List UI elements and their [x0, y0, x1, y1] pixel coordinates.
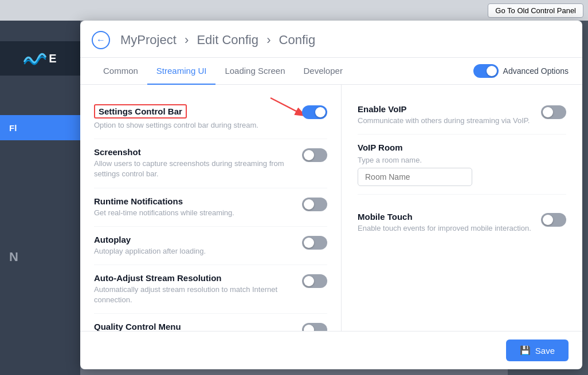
setting-title-auto-adjust: Auto-Adjust Stream Resolution: [94, 273, 293, 283]
toggle-thumb-auto-adjust: [304, 276, 314, 286]
breadcrumb-edit-config: Edit Config: [197, 33, 258, 47]
toggle-switch-enable-voip[interactable]: [541, 105, 566, 119]
toggle-runtime-notifications[interactable]: [302, 198, 327, 211]
toggle-autoplay[interactable]: [302, 236, 327, 250]
advanced-options-label: Advanced Options: [503, 66, 569, 76]
save-icon: 💾: [520, 345, 531, 356]
back-button[interactable]: ←: [92, 31, 110, 49]
voip-room-label: Type a room name.: [358, 156, 566, 164]
back-arrow-icon: ←: [96, 35, 105, 45]
toggle-switch-runtime-notifications[interactable]: [302, 198, 327, 211]
setting-title-screenshot: Screenshot: [94, 147, 293, 157]
setting-title-quality-control: Quality Control Menu: [94, 322, 293, 331]
enable-voip-title: Enable VoIP: [358, 104, 532, 114]
toggle-screenshot[interactable]: [302, 148, 327, 162]
toggle-track-screenshot[interactable]: [302, 148, 327, 162]
setting-desc-runtime-notifications: Get real-time notifications while stream…: [94, 208, 293, 218]
voip-room-input[interactable]: [358, 168, 472, 186]
setting-row-screenshot: Screenshot Allow users to capture screen…: [94, 139, 327, 188]
toggle-mobile-touch[interactable]: [541, 213, 566, 227]
setting-title-settings-control-bar: Settings Control Bar: [94, 104, 187, 119]
toggle-switch-settings-control-bar[interactable]: [302, 105, 327, 119]
toggle-track-settings-control-bar[interactable]: [302, 105, 327, 119]
logo-icon: [23, 47, 46, 70]
setting-row-settings-control-bar: Settings Control Bar Option to show sett…: [94, 96, 327, 139]
toggle-track-mobile-touch[interactable]: [541, 213, 566, 227]
tab-developer[interactable]: Developer: [295, 58, 352, 85]
toggle-thumb-settings-control-bar: [315, 107, 326, 117]
mobile-touch-desc: Enable touch events for improved mobile …: [358, 223, 532, 234]
setting-title-runtime-notifications: Runtime Notifications: [94, 196, 293, 206]
setting-desc-screenshot: Allow users to capture screenshots durin…: [94, 159, 293, 179]
toggle-switch-quality-control[interactable]: [302, 323, 327, 331]
main-modal: ← MyProject › Edit Config › Config Commo…: [80, 21, 582, 369]
setting-info-quality-control: Quality Control Menu Toggle menu that di…: [94, 322, 293, 331]
toggle-track-runtime-notifications[interactable]: [302, 198, 327, 211]
toggle-track-autoplay[interactable]: [302, 236, 327, 250]
toggle-settings-control-bar[interactable]: [302, 105, 327, 119]
mobile-touch-header: Mobile Touch Enable touch events for imp…: [358, 212, 566, 234]
toggle-quality-control[interactable]: [302, 323, 327, 331]
advanced-options-switch[interactable]: [473, 64, 499, 78]
save-button[interactable]: 💾 Save: [506, 340, 569, 361]
left-column: Settings Control Bar Option to show sett…: [80, 85, 342, 331]
enable-voip-desc: Communicate with others during streaming…: [358, 116, 532, 126]
toggle-thumb-autoplay: [304, 238, 314, 248]
toggle-switch-auto-adjust[interactable]: [302, 274, 327, 288]
advanced-options-toggle[interactable]: Advanced Options: [473, 64, 569, 78]
breadcrumb: MyProject › Edit Config › Config: [118, 33, 317, 48]
toggle-auto-adjust[interactable]: [302, 274, 327, 288]
breadcrumb-config: Config: [279, 33, 316, 47]
enable-voip-header: Enable VoIP Communicate with others duri…: [358, 104, 566, 126]
right-setting-enable-voip: Enable VoIP Communicate with others duri…: [358, 96, 566, 135]
top-bar: Go To Old Control Panel: [0, 0, 588, 21]
toggle-enable-voip[interactable]: [541, 105, 566, 119]
toggle-switch-autoplay[interactable]: [302, 236, 327, 250]
tab-loading-screen[interactable]: Loading Screen: [215, 58, 294, 85]
advanced-options-thumb: [487, 66, 497, 76]
toggle-switch-screenshot[interactable]: [302, 148, 327, 162]
tabs-bar: Common Streaming UI Loading Screen Devel…: [80, 58, 582, 85]
modal-header: ← MyProject › Edit Config › Config: [80, 21, 582, 58]
setting-info-auto-adjust: Auto-Adjust Stream Resolution Automatica…: [94, 273, 293, 305]
toggle-switch-mobile-touch[interactable]: [541, 213, 566, 227]
breadcrumb-project: MyProject: [120, 33, 177, 47]
toggle-thumb-runtime-notifications: [304, 199, 314, 210]
right-setting-voip-room: VoIP Room Type a room name.: [358, 135, 566, 195]
sidebar-item-fl-label: Fl: [9, 123, 17, 133]
old-panel-button[interactable]: Go To Old Control Panel: [488, 3, 583, 18]
tab-streaming-ui[interactable]: Streaming UI: [147, 58, 216, 85]
right-setting-mobile-touch: Mobile Touch Enable touch events for imp…: [358, 204, 566, 242]
setting-row-runtime-notifications: Runtime Notifications Get real-time noti…: [94, 188, 327, 227]
setting-desc-autoplay: Autoplay application after loading.: [94, 246, 293, 256]
toggle-thumb-mobile-touch: [543, 215, 553, 225]
toggle-thumb-quality-control: [304, 325, 314, 331]
setting-info-settings-control-bar: Settings Control Bar Option to show sett…: [94, 104, 293, 131]
setting-info-autoplay: Autoplay Autoplay application after load…: [94, 235, 293, 256]
setting-info-runtime-notifications: Runtime Notifications Get real-time noti…: [94, 196, 293, 218]
toggle-track-quality-control[interactable]: [302, 323, 327, 331]
sidebar-item-n[interactable]: N: [0, 250, 80, 265]
setting-row-quality-control: Quality Control Menu Toggle menu that di…: [94, 314, 327, 331]
logo-text: E: [49, 52, 56, 65]
advanced-options-track[interactable]: [473, 64, 499, 78]
setting-info-screenshot: Screenshot Allow users to capture screen…: [94, 147, 293, 179]
tab-common[interactable]: Common: [94, 58, 147, 85]
setting-desc-settings-control-bar: Option to show settings control bar duri…: [94, 120, 293, 131]
toggle-thumb-screenshot: [304, 150, 314, 160]
toggle-thumb-enable-voip: [543, 107, 553, 117]
save-label: Save: [535, 346, 555, 356]
logo-area: E: [0, 41, 80, 76]
toggle-track-auto-adjust[interactable]: [302, 274, 327, 288]
sidebar-item-n-label: N: [9, 250, 18, 264]
sidebar-item-fl[interactable]: Fl: [0, 115, 80, 140]
right-column: Enable VoIP Communicate with others duri…: [342, 85, 582, 331]
modal-footer: 💾 Save: [80, 331, 582, 369]
mobile-touch-info: Mobile Touch Enable touch events for imp…: [358, 212, 532, 234]
mobile-touch-title: Mobile Touch: [358, 212, 532, 222]
setting-row-auto-adjust: Auto-Adjust Stream Resolution Automatica…: [94, 265, 327, 314]
sidebar-background: E Fl N: [0, 21, 80, 375]
setting-desc-auto-adjust: Automatically adjust stream resolution t…: [94, 285, 293, 305]
toggle-track-enable-voip[interactable]: [541, 105, 566, 119]
setting-title-autoplay: Autoplay: [94, 235, 293, 244]
